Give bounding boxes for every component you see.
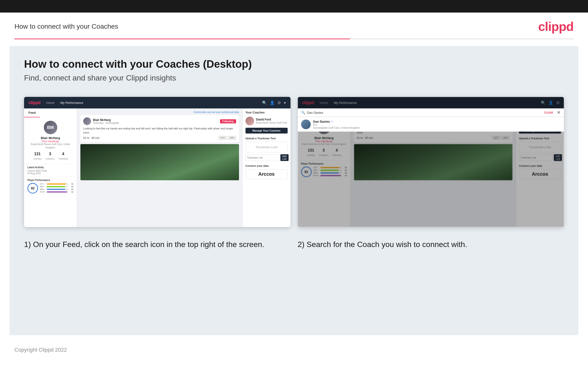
search-bar: 🔍 Dan Davies CLEAR ✕	[298, 109, 564, 117]
app-mockup-2: clippd Home My Performance 🔍 👤 ⚙ Feed	[298, 97, 564, 227]
following-label: Following	[59, 158, 68, 160]
tag-app[interactable]: APP	[228, 136, 236, 140]
bar-app: APP 85	[40, 185, 73, 188]
search-overlay: 🔍 Dan Davies CLEAR ✕ Dan Davies ✓ Pro	[298, 109, 564, 132]
profile-stats: 131 Activities 3 Followers 4 Following	[33, 152, 68, 160]
main-subheading: Find, connect and share your Clippd insi…	[24, 74, 564, 83]
user-icon[interactable]: 👤	[270, 101, 275, 105]
feed-tab[interactable]: Feed	[24, 109, 40, 117]
post-image	[80, 144, 239, 180]
duration-text: 01 hr : 30 min	[83, 136, 99, 139]
avatar-initials: BM	[47, 125, 54, 130]
coach-club: Royal North Devon Golf Club	[256, 121, 287, 124]
app-navbar: clippd Home My Performance 🔍 👤 ⚙ ●	[24, 97, 290, 109]
app-main-feed: Control who can see your activity and da…	[77, 109, 242, 227]
coach-name: David Ford	[256, 118, 287, 121]
result-avatar	[301, 120, 311, 129]
step-2-text: 2) Search for the Coach you wish to conn…	[298, 239, 564, 250]
search-query[interactable]: Dan Davies	[307, 111, 542, 114]
search-icon[interactable]: 🔍	[262, 101, 267, 105]
player-performance: Player Performance 92 OTT 90	[24, 177, 77, 195]
trackman-box: Trackman Link	[246, 142, 288, 152]
quality-score: 92	[27, 183, 38, 193]
coach-avatar	[246, 117, 254, 125]
trackman-section-title: Upload a Trackman Test	[246, 137, 288, 140]
screenshots-row: clippd Home My Performance 🔍 👤 ⚙ ● Feed	[24, 97, 564, 227]
profile-section: BM Blair McHarg Plus Handicap Royal Nort…	[24, 117, 77, 164]
profile-avatar: BM	[44, 121, 57, 134]
profile-handicap: Plus Handicap	[42, 140, 59, 143]
result-club: Sunningdale Golf Club, United Kingdom	[313, 126, 360, 129]
post-author-name: Blair McHarg	[93, 118, 119, 122]
activity-title: Latest Activity	[27, 166, 73, 169]
tag-buttons: OTT APP	[219, 136, 236, 140]
stat-following: 4 Following	[59, 152, 68, 160]
result-role: Pro	[313, 123, 360, 126]
steps-row: 1) On your Feed, click on the search ico…	[24, 239, 564, 250]
settings-icon[interactable]: ⚙	[278, 101, 281, 105]
trackman-input[interactable]	[246, 154, 280, 161]
app-logo: clippd	[28, 100, 40, 105]
copyright-text: Copyright Clippd 2022	[14, 347, 67, 353]
post-author-row: Blair McHarg Yesterday · Sunningdale Fol…	[83, 117, 236, 125]
app-mockup-1: clippd Home My Performance 🔍 👤 ⚙ ● Feed	[24, 97, 290, 227]
search-result[interactable]: Dan Davies ✓ Pro Sunningdale Golf Club, …	[298, 117, 564, 132]
stat-followers: 3 Followers	[45, 152, 55, 160]
close-search-button[interactable]: ✕	[557, 110, 561, 115]
post-avatar	[83, 117, 91, 125]
post-image-bg	[80, 144, 239, 180]
screenshot-2: clippd Home My Performance 🔍 👤 ⚙ Feed	[298, 97, 564, 227]
footer: Copyright Clippd 2022	[0, 342, 588, 358]
step-1-caption: 1) On your Feed, click on the search ico…	[24, 239, 290, 250]
activity-name: Lesson with Fordy	[27, 169, 73, 172]
duration-row: 01 hr : 30 min OTT APP	[83, 136, 236, 140]
perf-title: Player Performance	[27, 179, 73, 182]
trackman-placeholder-text: Trackman Link	[255, 145, 277, 149]
header-divider	[14, 38, 574, 39]
avatar-icon[interactable]: ●	[284, 101, 286, 105]
main-content: How to connect with your Coaches (Deskto…	[10, 46, 578, 335]
bar-ott: OTT 90	[40, 183, 73, 185]
followers-value: 3	[45, 152, 55, 156]
top-bar	[0, 0, 588, 12]
quality-row: 92 OTT 90 APP	[27, 183, 73, 193]
app-navbar-bg: clippd Home My Performance 🔍 👤 ⚙	[298, 97, 564, 109]
step-1-text: 1) On your Feed, click on the search ico…	[24, 239, 290, 250]
header: How to connect with your Coaches clippd	[0, 12, 588, 38]
followers-label: Followers	[45, 158, 55, 160]
tag-ott[interactable]: OTT	[219, 136, 227, 140]
add-link-button[interactable]: Add Link	[281, 154, 289, 161]
trackman-input-row: Add Link	[246, 154, 288, 161]
feed-post: Blair McHarg Yesterday · Sunningdale Fol…	[80, 115, 239, 142]
clear-button[interactable]: CLEAR	[544, 111, 553, 114]
page-title: How to connect with your Coaches	[14, 23, 118, 30]
coaches-title: Your Coaches	[246, 111, 288, 114]
latest-activity: Latest Activity Lesson with Fordy 03 Aug…	[24, 164, 77, 177]
bar-putt: PUTT 96	[40, 191, 73, 193]
main-heading: How to connect with your Coaches (Deskto…	[24, 58, 564, 70]
navbar-icons: 🔍 👤 ⚙ ●	[262, 101, 286, 105]
following-value: 4	[59, 152, 68, 156]
stat-activities: 131 Activities	[33, 152, 42, 160]
activities-value: 131	[33, 152, 42, 156]
result-name: Dan Davies	[313, 120, 330, 123]
post-author-sub: Yesterday · Sunningdale	[93, 122, 119, 124]
follow-button[interactable]: Following	[220, 119, 236, 123]
bar-arg: ARG 86	[40, 188, 73, 190]
app-sidebar: Feed BM Blair McHarg Plus Handicap Royal…	[24, 109, 77, 227]
activity-date: 03 Aug 2022	[27, 172, 73, 175]
arccos-logo: Arccos	[246, 169, 288, 179]
activities-label: Activities	[33, 158, 42, 160]
nav-home[interactable]: Home	[46, 101, 55, 105]
manage-coaches-button[interactable]: Manage Your Coaches	[246, 128, 288, 134]
app-right-panel: Your Coaches David Ford Royal North Devo…	[242, 109, 290, 227]
coach-item-1: David Ford Royal North Devon Golf Club	[246, 117, 288, 125]
nav-my-performance[interactable]: My Performance	[61, 101, 83, 105]
quality-bars: OTT 90 APP 85	[40, 183, 73, 193]
app-body: Feed BM Blair McHarg Plus Handicap Royal…	[24, 109, 290, 227]
profile-club: Royal North Devon Golf Club, United King…	[27, 143, 74, 149]
clippd-logo: clippd	[538, 19, 574, 34]
control-link[interactable]: Control who can see your activity and da…	[80, 111, 239, 113]
connect-title: Connect your data	[246, 164, 288, 167]
post-text: Looking to feel like my hands are exitin…	[83, 127, 236, 135]
